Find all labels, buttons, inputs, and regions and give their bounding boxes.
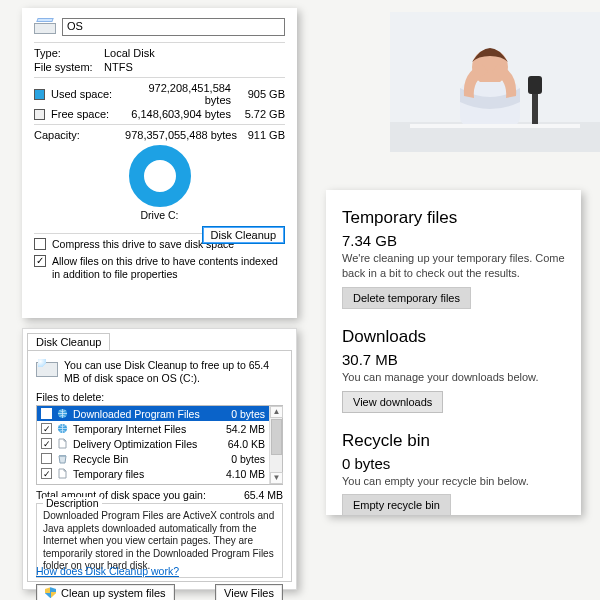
file-row-checkbox[interactable] [41,408,52,419]
shield-icon [45,587,56,598]
cleanup-drive-icon [36,359,58,377]
view-files-button[interactable]: View Files [215,584,283,600]
temp-heading: Temporary files [342,208,565,228]
recyclebin-heading: Recycle bin [342,431,565,451]
cleanup-intro: You can use Disk Cleanup to free up to 6… [64,359,283,385]
scrollbar[interactable]: ▲ ▼ [269,406,282,484]
file-row-1[interactable]: Temporary Internet Files54.2 MB [37,421,269,436]
file-row-checkbox[interactable] [41,453,52,464]
temp-sub: We're cleaning up your temporary files. … [342,251,565,281]
index-checkbox-row[interactable]: Allow files on this drive to have conten… [34,255,285,281]
delete-temp-button[interactable]: Delete temporary files [342,287,471,309]
disk-cleanup-dialog: Disk Cleanup You can use Disk Cleanup to… [22,328,297,590]
file-row-size: 4.10 MB [217,468,265,480]
file-row-name: Temporary Internet Files [73,423,212,435]
file-row-checkbox[interactable] [41,438,52,449]
frustrated-user-photo [390,12,600,152]
gain-value: 65.4 MB [244,489,283,501]
free-label: Free space: [51,108,115,120]
svg-rect-2 [59,455,66,456]
index-checkbox[interactable] [34,255,46,267]
file-row-size: 54.2 MB [217,423,265,435]
help-link[interactable]: How does Disk Cleanup work? [36,565,179,577]
temp-size: 7.34 GB [342,232,565,249]
compress-checkbox[interactable] [34,238,46,250]
file-row-size: 0 bytes [217,453,265,465]
downloads-size: 30.7 MB [342,351,565,368]
recyclebin-sub: You can empty your recycle bin below. [342,474,565,489]
globe-icon [57,423,68,434]
svg-rect-9 [410,124,580,128]
used-swatch [34,89,45,100]
file-row-size: 0 bytes [217,408,265,420]
files-list: Downloaded Program Files0 bytesTemporary… [36,405,283,485]
file-row-name: Temporary files [73,468,212,480]
file-row-checkbox[interactable] [41,468,52,479]
type-label: Type: [34,47,98,59]
file-icon [57,468,68,479]
file-row-3[interactable]: Recycle Bin0 bytes [37,451,269,466]
free-bytes: 6,148,603,904 bytes [121,108,235,120]
index-label: Allow files on this drive to have conten… [52,255,285,281]
file-row-name: Downloaded Program Files [73,408,212,420]
disk-cleanup-button[interactable]: Disk Cleanup [202,226,285,244]
scroll-thumb[interactable] [271,419,282,455]
free-swatch [34,109,45,120]
file-row-checkbox[interactable] [41,423,52,434]
svg-rect-6 [528,76,542,94]
file-row-name: Delivery Optimization Files [73,438,212,450]
capacity-label: Capacity: [34,129,116,141]
clean-system-files-label: Clean up system files [61,587,166,599]
scroll-up-icon[interactable]: ▲ [270,406,283,418]
downloads-heading: Downloads [342,327,565,347]
filesystem-label: File system: [34,61,98,73]
view-downloads-button[interactable]: View downloads [342,391,443,413]
drive-icon [34,18,56,36]
downloads-sub: You can manage your downloads below. [342,370,565,385]
file-row-name: Recycle Bin [73,453,212,465]
file-row-0[interactable]: Downloaded Program Files0 bytes [37,406,269,421]
used-human: 905 GB [241,88,285,100]
capacity-bytes: 978,357,055,488 bytes [116,129,241,141]
usage-donut-chart [129,145,191,207]
recyclebin-size: 0 bytes [342,455,565,472]
empty-recyclebin-button[interactable]: Empty recycle bin [342,494,451,516]
drive-name-input[interactable]: OS [62,18,285,36]
clean-system-files-button[interactable]: Clean up system files [36,584,175,600]
used-bytes: 972,208,451,584 bytes [121,82,235,106]
capacity-human: 911 GB [241,129,285,141]
donut-label: Drive C: [141,209,179,221]
description-text: Downloaded Program Files are ActiveX con… [43,510,276,573]
storage-settings-panel: Temporary files 7.34 GB We're cleaning u… [326,190,581,515]
file-row-2[interactable]: Delivery Optimization Files64.0 KB [37,436,269,451]
type-value: Local Disk [104,47,155,59]
filesystem-value: NTFS [104,61,133,73]
used-label: Used space: [51,88,115,100]
file-row-4[interactable]: Temporary files4.10 MB [37,466,269,481]
drive-properties-panel: OS Type:Local Disk File system:NTFS Used… [22,8,297,318]
tab-disk-cleanup[interactable]: Disk Cleanup [27,333,110,350]
bin-icon [57,453,68,464]
files-to-delete-label: Files to delete: [36,391,283,403]
file-icon [57,438,68,449]
scroll-down-icon[interactable]: ▼ [270,472,283,484]
svg-rect-5 [532,90,538,124]
file-row-size: 64.0 KB [217,438,265,450]
description-legend: Description [43,497,102,509]
globe-icon [57,408,68,419]
free-human: 5.72 GB [241,108,285,120]
